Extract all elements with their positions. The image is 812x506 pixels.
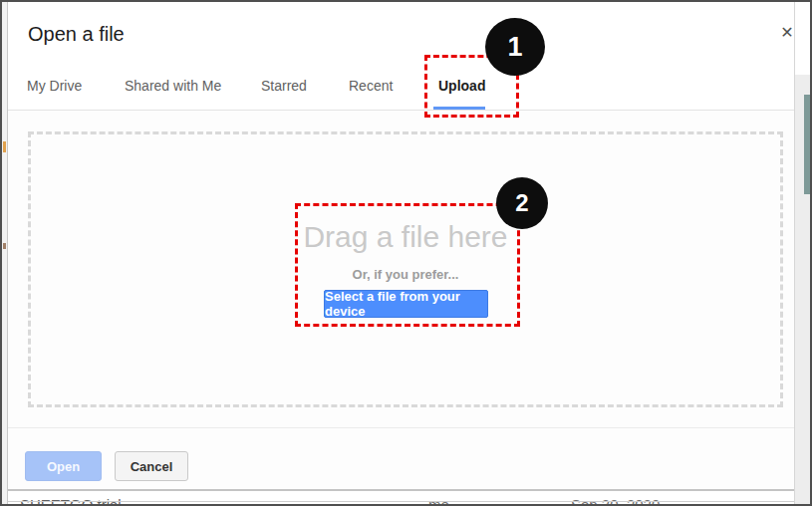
scrollbar-thumb[interactable] bbox=[804, 95, 810, 194]
background-row-line bbox=[8, 501, 794, 502]
background-file-owner: me bbox=[428, 496, 449, 504]
tab-my-drive[interactable]: My Drive bbox=[27, 78, 82, 94]
annotation-box-dropzone bbox=[295, 203, 520, 327]
background-file-name: SHEETGO trial bbox=[20, 496, 122, 504]
tab-shared-with-me[interactable]: Shared with Me bbox=[125, 78, 221, 94]
background-cell-mark bbox=[3, 243, 6, 249]
scrollbar-track[interactable] bbox=[794, 2, 810, 504]
annotation-badge-1: 1 bbox=[485, 18, 545, 76]
annotation-badge-2: 2 bbox=[496, 177, 548, 229]
open-button[interactable]: Open bbox=[25, 451, 102, 481]
background-cell-mark bbox=[3, 141, 6, 152]
cancel-button[interactable]: Cancel bbox=[115, 451, 188, 481]
background-file-row: SHEETGO trial me Sep 30, 2020 bbox=[8, 489, 794, 504]
background-file-date: Sep 30, 2020 bbox=[571, 496, 660, 504]
footer-divider bbox=[8, 427, 794, 428]
dialog-title: Open a file bbox=[28, 23, 125, 46]
screenshot-frame: Open a file ✕ My Drive Shared with Me St… bbox=[0, 0, 812, 506]
tab-starred[interactable]: Starred bbox=[261, 78, 307, 94]
tab-recent[interactable]: Recent bbox=[349, 78, 393, 94]
